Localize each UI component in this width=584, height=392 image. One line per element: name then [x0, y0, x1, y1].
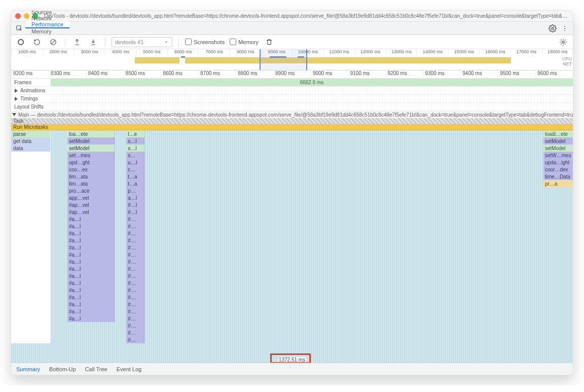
flame-block[interactable]: #a…l	[67, 223, 115, 230]
flame-block[interactable]: s…l	[126, 145, 144, 152]
main-thread-header[interactable]: Main — devtools://devtools/bundled/devto…	[11, 111, 573, 118]
flame-block[interactable]: #a…l	[67, 265, 115, 272]
flame-block[interactable]: #a…l	[67, 315, 115, 322]
flame-block[interactable]: #…	[126, 258, 144, 265]
flame-block[interactable]: #…	[126, 308, 144, 315]
flame-block[interactable]: #ap…vel	[67, 201, 115, 208]
tab-network[interactable]: Network	[25, 15, 69, 21]
flame-block[interactable]: t…a	[126, 173, 144, 180]
flame-row[interactable]: #a…l#…	[11, 230, 573, 237]
flame-block[interactable]: #…	[126, 223, 144, 230]
flame-row[interactable]: #a…l#…	[11, 279, 573, 287]
flame-block-right[interactable]: setW…mes	[543, 152, 573, 159]
flame-row[interactable]: tim…atat…atime…Data	[11, 173, 573, 180]
flame-row[interactable]: #a…l#…	[11, 308, 573, 315]
flame-block[interactable]: loa…ete	[67, 130, 115, 137]
collapse-icon[interactable]	[12, 113, 16, 116]
flame-row[interactable]: parseloa…etel…eloadi…ete	[11, 130, 573, 137]
details-tab-event-log[interactable]: Event Log	[117, 366, 142, 372]
flame-row[interactable]: #a…l#…	[11, 272, 573, 279]
flame-block[interactable]: #…	[126, 216, 144, 223]
flame-row[interactable]: datasetModels…lsetModel	[11, 145, 573, 152]
flame-block[interactable]: a…l	[126, 194, 144, 201]
flame-block[interactable]: pro…ace	[67, 187, 115, 194]
flame-block[interactable]: #a…l	[67, 237, 115, 244]
flame-row[interactable]: app…vela…l	[11, 194, 573, 201]
reload-button[interactable]	[31, 39, 43, 46]
timings-lane[interactable]: Timings	[11, 95, 573, 103]
inspect-icon[interactable]	[13, 25, 25, 32]
flame-block[interactable]: #…	[126, 322, 144, 329]
flame-block[interactable]: #…	[126, 230, 144, 237]
flame-row[interactable]: #…	[11, 322, 573, 329]
flame-block[interactable]: #a…l	[67, 308, 115, 315]
flame-row[interactable]: #a…l#…	[11, 265, 573, 272]
flame-row[interactable]: #ap…vel#…l	[11, 201, 573, 208]
flame-row[interactable]: tim…atat…apr…a	[11, 180, 573, 187]
tab-sources[interactable]: Sources	[25, 10, 69, 15]
recording-select[interactable]: devtools #1	[112, 37, 172, 47]
flame-block-right[interactable]: loadi…ete	[543, 130, 573, 137]
flame-block-right[interactable]: coor…dex	[543, 166, 573, 173]
flame-block[interactable]: coo…ex	[67, 166, 115, 173]
flame-row[interactable]: pro…acep…	[11, 187, 573, 194]
details-tab-bottom-up[interactable]: Bottom-Up	[49, 366, 76, 372]
flame-block[interactable]: #a…l	[67, 230, 115, 237]
flame-block-right[interactable]: setModel	[543, 145, 573, 152]
flame-chart[interactable]: parseloa…etel…eloadi…eteget datasetModel…	[11, 130, 573, 363]
microtasks-bar[interactable]: Run Microtasks	[11, 124, 573, 130]
flame-block-right[interactable]: upda…ight	[543, 159, 573, 166]
settings-icon[interactable]	[546, 24, 559, 32]
flame-block[interactable]: #…	[126, 336, 144, 343]
record-button[interactable]	[15, 39, 26, 45]
flame-block[interactable]: #a…l	[67, 216, 115, 223]
flame-block[interactable]: l…e	[126, 130, 144, 137]
flame-row[interactable]: #ap…vel#…l	[11, 208, 573, 216]
flame-row[interactable]: #a…l#…	[11, 216, 573, 223]
flame-block[interactable]: setModel	[67, 145, 115, 152]
flame-block[interactable]: u…t	[126, 159, 144, 166]
flame-row[interactable]: #a…l#…	[11, 294, 573, 301]
flame-block[interactable]: #…	[126, 329, 144, 336]
flame-row[interactable]: upd…ghtu…tupda…ight	[11, 159, 573, 166]
flame-block[interactable]: #a…l	[67, 287, 115, 294]
tab-memory[interactable]: Memory	[25, 28, 69, 34]
flame-block[interactable]: #…	[126, 279, 144, 287]
frames-bar[interactable]: 6662.6 ms	[51, 79, 573, 86]
flame-block[interactable]: #a…l	[67, 272, 115, 279]
flame-row[interactable]: #a…l#…	[11, 244, 573, 251]
flame-row[interactable]: set…mess…setW…mes	[11, 152, 573, 159]
animations-lane[interactable]: Animations	[11, 87, 573, 95]
expand-icon[interactable]	[15, 89, 18, 93]
flame-block[interactable]: upd…ght	[67, 159, 115, 166]
flame-block[interactable]: #…	[126, 251, 144, 258]
upload-button[interactable]	[71, 39, 83, 46]
flame-block[interactable]: #…l	[126, 201, 144, 208]
flame-block[interactable]: #a…l	[67, 279, 115, 287]
flame-block[interactable]: #…	[126, 301, 144, 308]
flame-row[interactable]: #a…l#…	[11, 258, 573, 265]
more-icon[interactable]	[559, 25, 571, 32]
flame-block[interactable]: #…l	[126, 208, 144, 216]
flame-block[interactable]: #a…l	[67, 251, 115, 258]
details-tab-summary[interactable]: Summary	[16, 366, 40, 372]
flame-block[interactable]: tim…ata	[67, 180, 115, 187]
overview-selection[interactable]	[260, 49, 307, 70]
detail-ruler[interactable]: 8200 ms8300 ms8400 ms8500 ms8600 ms8700 …	[11, 70, 573, 79]
flame-block[interactable]: #a…l	[67, 244, 115, 251]
flame-row[interactable]: #a…l#…	[11, 251, 573, 258]
flame-block[interactable]: #…	[126, 287, 144, 294]
flame-row[interactable]: #a…l#…	[11, 287, 573, 294]
task-bar[interactable]: Task	[11, 118, 573, 124]
flame-block[interactable]: p…	[126, 187, 144, 194]
flame-block[interactable]: setModel	[67, 137, 115, 145]
flame-row[interactable]: #…	[11, 336, 573, 343]
flame-block[interactable]: s…	[126, 152, 144, 159]
flame-row[interactable]: #a…l#…	[11, 223, 573, 230]
layout-shifts-lane[interactable]: Layout Shifts	[11, 103, 573, 111]
flame-block[interactable]: set…mes	[67, 152, 115, 159]
screenshots-checkbox[interactable]: Screenshots	[185, 39, 225, 45]
flame-block[interactable]: #ap…vel	[67, 208, 115, 216]
flame-block[interactable]: #…	[126, 237, 144, 244]
flame-block[interactable]: #…	[126, 265, 144, 272]
